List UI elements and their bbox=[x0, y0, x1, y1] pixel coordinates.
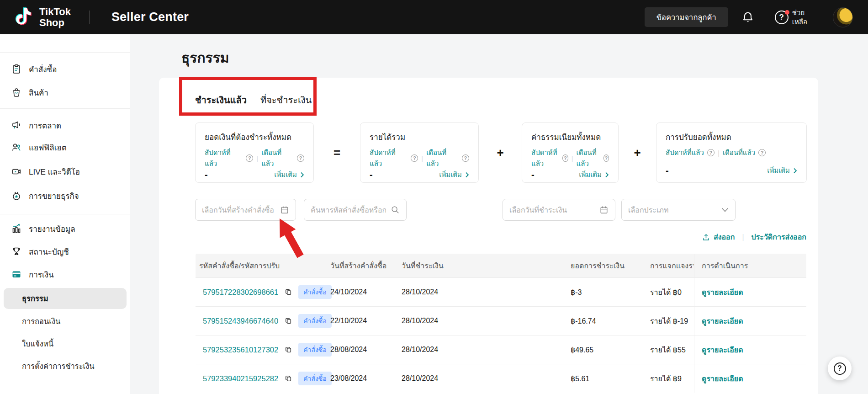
more-link[interactable]: เพิ่มเติม bbox=[767, 165, 797, 176]
sidebar-item-marketing[interactable]: การตลาด bbox=[11, 118, 61, 132]
equals-operator: = bbox=[314, 122, 360, 183]
help-icon: ? bbox=[775, 11, 789, 24]
payment-date-input[interactable]: เลือกวันที่ชำระเงิน bbox=[503, 199, 615, 221]
order-id-link[interactable]: 579517228302698661 bbox=[203, 288, 278, 297]
last-month-link[interactable]: เดือนที่แล้ว bbox=[426, 147, 459, 169]
question-circle-icon[interactable]: ? bbox=[246, 154, 253, 162]
card-value: - bbox=[370, 170, 373, 180]
last-week-link[interactable]: สัปดาห์ที่แล้ว bbox=[666, 147, 704, 158]
export-icon bbox=[702, 233, 710, 241]
sidebar-item-live-video[interactable]: LIVE และวิดีโอ bbox=[11, 165, 80, 178]
sidebar-item-products[interactable]: สินค้า bbox=[11, 85, 48, 99]
export-button[interactable]: ส่งออก bbox=[702, 231, 735, 243]
col-created-date: วันที่สร้างคำสั่งซื้อ bbox=[330, 260, 402, 272]
tiktok-shop-logo[interactable]: TikTok Shop bbox=[16, 6, 71, 28]
help-button[interactable]: ? ช่วย เหลือ bbox=[775, 8, 807, 26]
copy-icon[interactable] bbox=[284, 288, 292, 296]
question-circle-icon[interactable]: ? bbox=[562, 154, 568, 162]
transactions-panel: ชำระเงินแล้ว ที่จะชำระเงิน ยอดเงินที่ต้อ… bbox=[159, 78, 818, 394]
sidebar-subitem-label: การถอนเงิน bbox=[22, 315, 60, 327]
sidebar-item-label: คำสั่งซื้อ bbox=[29, 63, 57, 75]
payment-date: 28/10/2024 bbox=[402, 374, 571, 383]
card-total-revenue: รายได้รวม สัปดาห์ที่แล้ว ? | เดือนที่แล้… bbox=[360, 122, 479, 183]
sidebar-subitem-label: ธุรกรรม bbox=[22, 293, 48, 304]
input-placeholder: ค้นหารหัสคำสั่งซื้อหรือการปรับ bbox=[311, 204, 386, 216]
affiliate-icon bbox=[11, 142, 21, 152]
sidebar-item-withdrawals[interactable]: การถอนเงิน bbox=[22, 314, 60, 328]
help-label-line2: เหลือ bbox=[792, 17, 807, 27]
payment-amount: ฿49.65 bbox=[571, 346, 650, 354]
sidebar-item-invoices[interactable]: ใบแจ้งหนี้ bbox=[22, 337, 53, 351]
sidebar-item-transactions[interactable]: ธุรกรรม bbox=[4, 288, 127, 309]
card-total-adjustments: การปรับยอดทั้งหมด สัปดาห์ที่แล้ว ? | เดื… bbox=[656, 122, 807, 183]
growth-icon bbox=[11, 191, 21, 201]
export-history-link[interactable]: ประวัติการส่งออก bbox=[752, 231, 806, 243]
payment-amount: ฿5.61 bbox=[571, 374, 650, 383]
input-placeholder: เลือกวันที่ชำระเงิน bbox=[509, 204, 595, 216]
notifications-button[interactable] bbox=[740, 11, 756, 24]
sidebar-item-data-reports[interactable]: รายงานข้อมูล bbox=[11, 222, 75, 235]
created-date: 22/10/2024 bbox=[330, 317, 402, 325]
order-id-link[interactable]: 579233940215925282 bbox=[203, 374, 278, 383]
help-icon-glyph: ? bbox=[779, 13, 784, 22]
sidebar-item-payment-settings[interactable]: การตั้งค่าการชำระเงิน bbox=[22, 359, 94, 373]
last-week-link[interactable]: สัปดาห์ที่แล้ว bbox=[531, 147, 559, 169]
view-details-link[interactable]: ดูรายละเอียด bbox=[702, 373, 743, 384]
plus-operator: + bbox=[479, 122, 522, 183]
copy-icon[interactable] bbox=[284, 346, 292, 354]
payment-date: 28/10/2024 bbox=[402, 288, 571, 296]
sidebar-item-finance[interactable]: การเงิน bbox=[11, 267, 54, 281]
sidebar-item-label: สินค้า bbox=[29, 86, 48, 99]
last-month-link[interactable]: เดือนที่แล้ว bbox=[577, 147, 600, 169]
last-month-link[interactable]: เดือนที่แล้ว bbox=[261, 147, 294, 169]
plus-operator: + bbox=[619, 122, 656, 183]
order-create-date-input[interactable]: เลือกวันที่สร้างคำสั่งซื้อ bbox=[195, 199, 296, 221]
view-details-link[interactable]: ดูรายละเอียด bbox=[702, 315, 743, 327]
order-id-link[interactable]: 579253235610127302 bbox=[203, 346, 278, 354]
more-link[interactable]: เพิ่มเติม bbox=[579, 169, 609, 180]
more-link[interactable]: เพิ่มเติม bbox=[274, 169, 304, 180]
sidebar-item-growth[interactable]: การขยายธุรกิจ bbox=[11, 189, 79, 202]
breakdown-value: รายได้ ฿0 bbox=[650, 287, 694, 298]
bell-icon bbox=[741, 11, 754, 24]
order-type-badge: คำสั่งซื้อ bbox=[298, 372, 332, 385]
type-select[interactable]: เลือกประเภท bbox=[621, 199, 736, 221]
col-breakdown: การแจกแจงรายละเอียด bbox=[650, 260, 694, 272]
sidebar-divider bbox=[0, 214, 130, 214]
sidebar-item-label: รายงานข้อมูล bbox=[29, 223, 75, 235]
view-details-link[interactable]: ดูรายละเอียด bbox=[702, 287, 743, 298]
last-month-link[interactable]: เดือนที่แล้ว bbox=[723, 147, 755, 158]
table-row: 579517228302698661 คำสั่งซื้อ 24/10/2024… bbox=[196, 277, 806, 306]
sidebar-item-affiliate[interactable]: แอฟฟิลิเอต bbox=[11, 140, 67, 154]
view-details-link[interactable]: ดูรายละเอียด bbox=[702, 344, 743, 356]
sidebar-item-label: สถานะบัญชี bbox=[29, 245, 69, 258]
user-avatar[interactable] bbox=[833, 7, 853, 27]
input-placeholder: เลือกวันที่สร้างคำสั่งซื้อ bbox=[202, 204, 275, 216]
copy-icon[interactable] bbox=[284, 317, 292, 325]
question-circle-icon[interactable]: ? bbox=[603, 154, 609, 162]
more-link[interactable]: เพิ่มเติม bbox=[439, 169, 469, 180]
question-circle-icon[interactable]: ? bbox=[758, 149, 766, 156]
question-circle-icon[interactable]: ? bbox=[462, 154, 469, 162]
card-value: - bbox=[205, 170, 208, 180]
sidebar-item-orders[interactable]: คำสั่งซื้อ bbox=[11, 62, 57, 76]
payment-date: 28/10/2024 bbox=[402, 346, 571, 354]
sidebar-item-account-status[interactable]: สถานะบัญชี bbox=[11, 245, 69, 258]
question-circle-icon[interactable]: ? bbox=[411, 154, 418, 162]
customer-messages-button[interactable]: ข้อความจากลูกค้า bbox=[645, 7, 728, 27]
breakdown-value: รายได้ ฿-19 bbox=[650, 315, 694, 327]
copy-icon[interactable] bbox=[284, 374, 292, 383]
tab-to-be-paid[interactable]: ที่จะชำระเงิน bbox=[260, 93, 312, 114]
last-week-link[interactable]: สัปดาห์ที่แล้ว bbox=[370, 147, 408, 169]
sidebar-item-label: LIVE และวิดีโอ bbox=[29, 165, 80, 178]
question-circle-icon[interactable]: ? bbox=[707, 149, 715, 156]
created-date: 28/08/2024 bbox=[330, 346, 402, 354]
order-id-search-input[interactable]: ค้นหารหัสคำสั่งซื้อหรือการปรับ bbox=[304, 199, 407, 221]
col-order-id: รหัสคำสั่งซื้อ/รหัสการปรับ bbox=[196, 260, 330, 272]
order-id-link[interactable]: 579515243946674640 bbox=[203, 317, 278, 325]
question-circle-icon[interactable]: ? bbox=[297, 154, 304, 162]
select-placeholder: เลือกประเภท bbox=[628, 204, 717, 216]
floating-help-button[interactable]: ? bbox=[828, 357, 852, 380]
last-week-link[interactable]: สัปดาห์ที่แล้ว bbox=[205, 147, 243, 169]
tab-paid[interactable]: ชำระเงินแล้ว bbox=[195, 93, 247, 114]
